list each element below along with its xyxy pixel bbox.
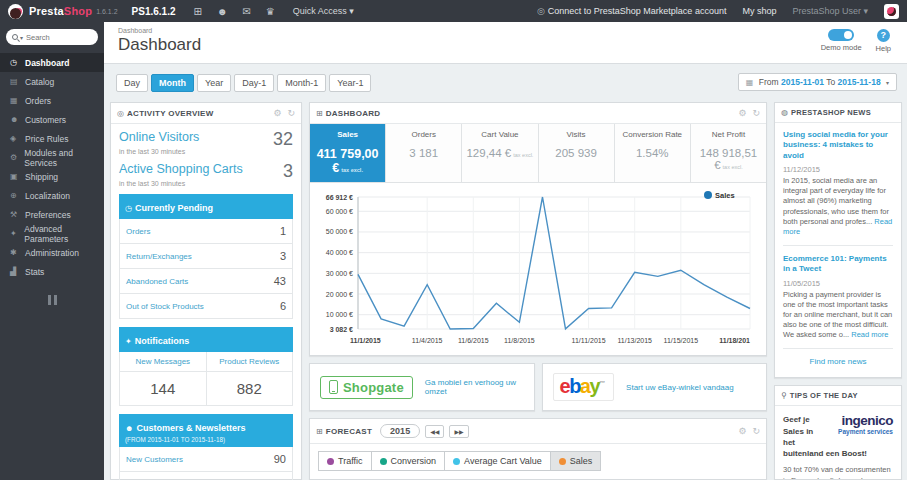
activity-row-orders[interactable]: Orders1: [120, 219, 292, 244]
sidebar-search[interactable]: ▾: [6, 29, 98, 45]
range-button-month-1[interactable]: Month-1: [277, 74, 326, 92]
quick-access-menu[interactable]: Quick Access ▾: [293, 6, 354, 16]
average-cart-value-dot-icon: [453, 458, 460, 465]
kpi-tab-conversion-rate[interactable]: Conversion Rate1.54%: [615, 124, 691, 182]
sidebar-item-orders[interactable]: ▦Orders: [0, 91, 104, 110]
range-button-year-1[interactable]: Year-1: [329, 74, 371, 92]
sidebar-item-localization[interactable]: ⊕Localization: [0, 186, 104, 205]
kpi-tab-sales[interactable]: Sales411 759,00 €tax excl.: [310, 124, 386, 182]
activity-row-new-subscriptions[interactable]: New Subscriptions18: [120, 472, 292, 480]
currently-pending-header: ◷Currently Pending: [119, 194, 293, 219]
sidebar-item-catalog[interactable]: ▤Catalog: [0, 72, 104, 91]
advanced-parameters-icon: ✦: [10, 229, 24, 238]
sidebar-item-label: Advanced Parameters: [24, 224, 104, 244]
sidebar-item-price-rules[interactable]: ◈Price Rules: [0, 129, 104, 148]
kpi-value: 1.54%: [618, 147, 687, 159]
notification-product-reviews[interactable]: Product Reviews882: [207, 352, 293, 405]
help-icon[interactable]: ?: [877, 29, 890, 42]
achievements-icon[interactable]: ♛: [266, 6, 275, 17]
find-more-news-link[interactable]: Find more news: [783, 357, 893, 366]
sidebar-item-customers[interactable]: ☻Customers: [0, 110, 104, 129]
kpi-label: Sales: [313, 130, 382, 139]
sidebar-item-label: Catalog: [25, 77, 54, 87]
news-article-date: 11/12/2015: [783, 165, 893, 174]
sidebar-collapse-button[interactable]: [42, 295, 62, 305]
activity-row-return-exchanges[interactable]: Return/Exchanges3: [120, 244, 292, 269]
legend-label: Sales: [570, 456, 593, 466]
page-header: Dashboard Dashboard Demo mode ? Help: [104, 22, 907, 64]
kpi-value: 3 181: [389, 147, 458, 159]
tips-of-the-day-panel: ⚲ TIPS OF THE DAY ingenico Payment servi…: [774, 385, 902, 480]
active-carts-link[interactable]: Active Shopping Carts 3: [119, 162, 293, 180]
search-icon: [12, 34, 18, 40]
user-menu[interactable]: PrestaShop User ▾: [792, 6, 868, 16]
refresh-icon[interactable]: ↻: [752, 426, 760, 436]
notification-new-messages[interactable]: New Messages144: [120, 352, 207, 405]
cart-icon[interactable]: ⊞: [193, 6, 201, 17]
forecast-legend-sales[interactable]: Sales: [550, 451, 602, 471]
sales-line-chart: 66 912 €60 000 €50 000 €40 000 €30 000 €…: [312, 187, 760, 349]
kpi-tab-cart-value[interactable]: Cart Value129,44 €tax excl.: [462, 124, 538, 182]
range-button-year[interactable]: Year: [197, 74, 231, 92]
sidebar-item-dashboard[interactable]: ◷Dashboard: [0, 53, 104, 72]
sidebar-item-shipping[interactable]: ▣Shipping: [0, 167, 104, 186]
forecast-legend-average-cart-value[interactable]: Average Cart Value: [444, 451, 550, 471]
gear-icon[interactable]: ⚙: [738, 108, 746, 118]
stats-icon: ▟: [10, 267, 25, 276]
date-range-toolbar: DayMonthYearDay-1Month-1Year-1 ▦ From 20…: [104, 64, 907, 98]
forecast-prev-button[interactable]: ◀◀: [425, 425, 444, 438]
demo-mode-toggle[interactable]: [828, 29, 854, 41]
range-button-day[interactable]: Day: [116, 74, 148, 92]
read-more-link[interactable]: Read more: [783, 217, 892, 236]
row-label: Orders: [126, 227, 150, 236]
sidebar-item-advanced-parameters[interactable]: ✦Advanced Parameters: [0, 224, 104, 243]
activity-row-out-of-stock-products[interactable]: Out of Stock Products6: [120, 294, 292, 318]
svg-text:11/13/2015: 11/13/2015: [617, 337, 652, 344]
forecast-legend-conversion[interactable]: Conversion: [371, 451, 445, 471]
activity-overview-panel: ◎ ACTIVITY OVERVIEW ⚙ ↻ Online Visitors …: [110, 102, 302, 480]
kpi-tab-orders[interactable]: Orders3 181: [386, 124, 462, 182]
gear-icon[interactable]: ⚙: [738, 426, 746, 436]
gear-icon[interactable]: ⚙: [273, 108, 281, 118]
refresh-icon[interactable]: ↻: [287, 108, 295, 118]
my-shop-link[interactable]: My shop: [742, 6, 776, 16]
shopgate-link[interactable]: Ga mobiel en verhoog uw omzet: [425, 378, 524, 396]
link-icon: ◎: [537, 6, 545, 16]
demo-mode-label: Demo mode: [821, 43, 862, 52]
kpi-label: Orders: [389, 130, 458, 139]
range-button-month[interactable]: Month: [151, 74, 194, 92]
activity-icon: ◎: [117, 109, 124, 118]
activity-row-abandoned-carts[interactable]: Abandoned Carts43: [120, 269, 292, 294]
preferences-icon: ⚒: [10, 210, 25, 219]
forecast-year-badge[interactable]: 2015: [380, 424, 420, 438]
read-more-link[interactable]: Read more: [851, 330, 888, 339]
sidebar-item-label: Shipping: [25, 172, 58, 182]
ebay-link[interactable]: Start uw eBay-winkel vandaag: [626, 383, 734, 392]
marketplace-link[interactable]: ◎Connect to PrestaShop Marketplace accou…: [537, 6, 726, 16]
svg-text:40 000 €: 40 000 €: [326, 249, 353, 256]
sidebar-item-stats[interactable]: ▟Stats: [0, 262, 104, 281]
forecast-legend-traffic[interactable]: Traffic: [318, 451, 371, 471]
sidebar-item-preferences[interactable]: ⚒Preferences: [0, 205, 104, 224]
date-range-picker[interactable]: ▦ From 2015-11-01 To 2015-11-18 ▾: [738, 73, 897, 91]
activity-row-new-customers[interactable]: New Customers90: [120, 447, 292, 472]
kpi-tab-net-profit[interactable]: Net Profit148 918,51 €tax excl.: [691, 124, 766, 182]
sidebar-item-label: Stats: [25, 267, 44, 277]
brand-name: PrestaShop: [29, 5, 92, 17]
refresh-icon[interactable]: ↻: [752, 108, 760, 118]
kpi-tab-visits[interactable]: Visits205 939: [539, 124, 615, 182]
user-avatar[interactable]: [884, 4, 899, 19]
range-button-day-1[interactable]: Day-1: [234, 74, 274, 92]
messages-icon[interactable]: ✉: [242, 6, 250, 17]
row-label: Out of Stock Products: [126, 302, 204, 311]
search-input[interactable]: [26, 33, 92, 42]
chevron-down-icon[interactable]: ▾: [20, 34, 23, 41]
news-article-title[interactable]: Ecommerce 101: Payments in a Tweet: [783, 254, 893, 275]
profile-icon[interactable]: ☻: [217, 6, 228, 17]
online-visitors-link[interactable]: Online Visitors 32: [119, 130, 293, 148]
sidebar-item-administration[interactable]: ✱Administration: [0, 243, 104, 262]
forecast-next-button[interactable]: ▶▶: [449, 425, 468, 438]
news-article-title[interactable]: Using social media for your business: 4 …: [783, 130, 893, 161]
sidebar-item-modules-and-services[interactable]: ⚙Modules and Services: [0, 148, 104, 167]
sales-dot-icon: [559, 458, 566, 465]
